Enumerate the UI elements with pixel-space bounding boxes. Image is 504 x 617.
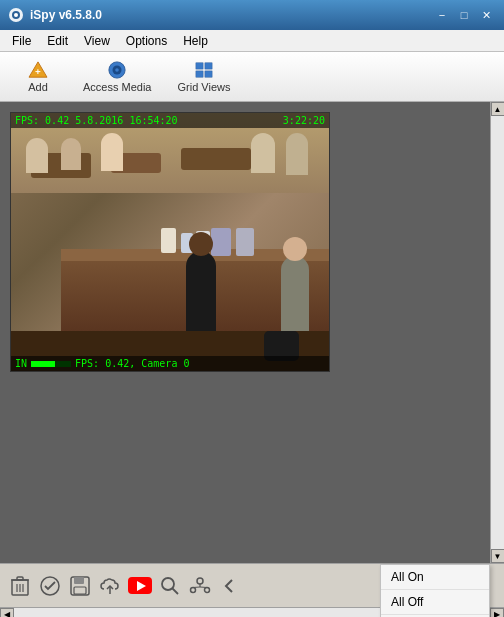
grid-views-label: Grid Views xyxy=(177,81,230,93)
svg-line-29 xyxy=(193,587,200,588)
delete-button[interactable] xyxy=(8,574,32,598)
svg-text:+: + xyxy=(35,66,41,77)
svg-line-30 xyxy=(200,587,207,588)
svg-point-26 xyxy=(191,587,196,592)
scroll-up-arrow[interactable]: ▲ xyxy=(491,102,505,116)
svg-rect-20 xyxy=(74,577,84,584)
main-area: FPS: 0.42 5.8.2016 16:54:20 3:22:20 IN F… xyxy=(0,102,504,563)
access-media-button[interactable]: Access Media xyxy=(72,56,162,98)
access-media-label: Access Media xyxy=(83,81,151,93)
network-button[interactable] xyxy=(188,574,212,598)
close-button[interactable]: ✕ xyxy=(476,5,496,25)
all-on-option[interactable]: All On xyxy=(381,565,489,590)
svg-rect-10 xyxy=(196,70,203,76)
svg-point-27 xyxy=(205,587,210,592)
grid-views-button[interactable]: Grid Views xyxy=(166,56,241,98)
menu-edit[interactable]: Edit xyxy=(39,32,76,50)
youtube-button[interactable] xyxy=(128,577,152,594)
upload-button[interactable] xyxy=(98,574,122,598)
youtube-play-icon xyxy=(137,581,146,591)
svg-rect-21 xyxy=(74,587,86,594)
fps-fill xyxy=(31,361,55,367)
camera-bottom-overlay: IN FPS: 0.42, Camera 0 xyxy=(11,356,329,371)
search-button[interactable] xyxy=(158,574,182,598)
in-label: IN xyxy=(15,358,27,369)
add-button[interactable]: + Add xyxy=(8,56,68,98)
svg-point-7 xyxy=(115,68,119,72)
menu-bar: File Edit View Options Help xyxy=(0,30,504,52)
svg-rect-9 xyxy=(205,62,212,68)
fps-top-text: FPS: 0.42 5.8.2016 16:54:20 xyxy=(15,115,178,126)
dropdown-panel: All On All Off Apply Schedule Record on … xyxy=(380,564,490,617)
fps-bottom-text: FPS: 0.42, Camera 0 xyxy=(75,358,189,369)
title-bar: iSpy v6.5.8.0 − □ ✕ xyxy=(0,0,504,30)
back-button[interactable] xyxy=(218,574,242,598)
camera-background xyxy=(11,113,329,371)
scroll-right-arrow[interactable]: ▶ xyxy=(490,608,504,618)
scroll-down-arrow[interactable]: ▼ xyxy=(491,549,505,563)
add-label: Add xyxy=(28,81,48,93)
svg-line-24 xyxy=(172,588,178,594)
enable-button[interactable] xyxy=(38,574,62,598)
svg-rect-8 xyxy=(196,62,203,68)
svg-rect-11 xyxy=(205,70,212,76)
fps-bar xyxy=(31,361,71,367)
maximize-button[interactable]: □ xyxy=(454,5,474,25)
main-toolbar: + Add Access Media Grid Views xyxy=(0,52,504,102)
camera-top-overlay: FPS: 0.42 5.8.2016 16:54:20 3:22:20 xyxy=(11,113,329,128)
save-button[interactable] xyxy=(68,574,92,598)
svg-point-2 xyxy=(14,13,18,17)
svg-point-25 xyxy=(197,578,203,584)
svg-rect-14 xyxy=(17,577,23,580)
camera-area: FPS: 0.42 5.8.2016 16:54:20 3:22:20 IN F… xyxy=(0,102,490,563)
time-top-text: 3:22:20 xyxy=(283,115,325,126)
vertical-scrollbar[interactable]: ▲ ▼ xyxy=(490,102,504,563)
menu-view[interactable]: View xyxy=(76,32,118,50)
app-icon xyxy=(8,7,24,23)
camera-feed[interactable]: FPS: 0.42 5.8.2016 16:54:20 3:22:20 IN F… xyxy=(10,112,330,372)
window-title: iSpy v6.5.8.0 xyxy=(30,8,430,22)
all-off-option[interactable]: All Off xyxy=(381,590,489,615)
menu-options[interactable]: Options xyxy=(118,32,175,50)
bottom-toolbar: 0 / 0 All On All Off Apply Schedule Reco… xyxy=(0,563,504,607)
scroll-track[interactable] xyxy=(491,116,504,549)
minimize-button[interactable]: − xyxy=(432,5,452,25)
menu-help[interactable]: Help xyxy=(175,32,216,50)
scroll-left-arrow[interactable]: ◀ xyxy=(0,608,14,618)
menu-file[interactable]: File xyxy=(4,32,39,50)
